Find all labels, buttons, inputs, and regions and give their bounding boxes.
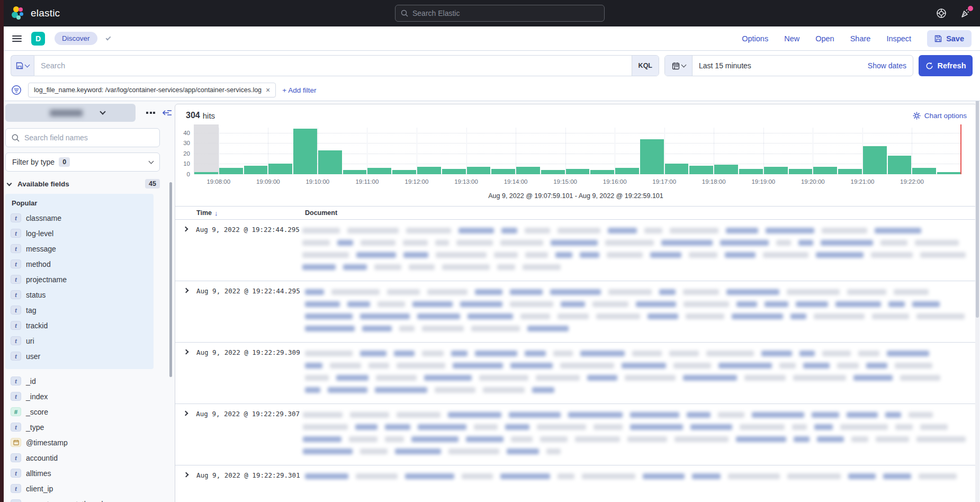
field-item-user[interactable]: tuser — [11, 348, 148, 364]
sort-desc-icon[interactable]: ↓ — [214, 209, 218, 217]
histogram-bar[interactable] — [293, 129, 317, 174]
histogram-bar[interactable] — [417, 167, 441, 174]
field-item-uri[interactable]: turi — [11, 333, 148, 348]
histogram-bar[interactable] — [689, 166, 713, 174]
toolbar-link-options[interactable]: Options — [742, 34, 768, 43]
histogram-bar[interactable] — [566, 169, 590, 174]
row-document-redacted[interactable] — [302, 225, 976, 276]
time-column-header[interactable]: Time ↓ — [175, 209, 305, 217]
field-item-_id[interactable]: t_id — [11, 373, 148, 389]
chart-options-button[interactable]: Chart options — [913, 112, 967, 120]
field-name: _id — [26, 377, 36, 386]
field-item-log-level[interactable]: tlog-level — [11, 226, 148, 241]
histogram-bar[interactable] — [665, 164, 689, 174]
histogram-bar[interactable] — [467, 167, 491, 174]
page-scrollbar[interactable] — [975, 51, 979, 502]
menu-icon[interactable] — [12, 35, 22, 42]
save-button[interactable]: Save — [927, 30, 972, 47]
field-item-current_request_thread_name[interactable]: tcurrent_request_thread_name — [11, 496, 148, 502]
histogram-plot[interactable] — [194, 128, 961, 174]
field-item-_type[interactable]: t_type — [11, 419, 148, 435]
row-document-redacted[interactable] — [305, 470, 976, 486]
field-item-client_ip[interactable]: tclient_ip — [11, 481, 148, 496]
histogram-bar[interactable] — [318, 150, 342, 174]
field-item-_index[interactable]: t_index — [11, 389, 148, 404]
newsfeed-icon[interactable] — [960, 7, 972, 19]
field-settings-icon[interactable] — [146, 112, 155, 114]
help-icon[interactable] — [936, 7, 947, 19]
row-document-redacted[interactable] — [305, 286, 976, 338]
time-range-value[interactable]: Last 15 minutes — [693, 61, 751, 70]
refresh-button[interactable]: Refresh — [919, 55, 973, 76]
histogram-bar[interactable] — [268, 164, 292, 174]
field-item-@timestamp[interactable]: @timestamp — [11, 435, 148, 450]
available-fields-header[interactable]: Available fields 45 — [5, 179, 160, 189]
breadcrumb[interactable]: Discover — [55, 32, 97, 45]
histogram-bar[interactable] — [739, 169, 763, 174]
histogram-bar[interactable] — [219, 168, 243, 174]
histogram-bar[interactable] — [343, 170, 367, 174]
histogram-bar[interactable] — [244, 166, 268, 174]
discover-app-badge[interactable]: D — [31, 32, 45, 46]
histogram-bar[interactable] — [392, 170, 416, 174]
histogram-bar[interactable] — [937, 172, 961, 174]
row-document-redacted[interactable] — [305, 347, 976, 399]
expand-row-button[interactable] — [175, 225, 196, 276]
histogram-bar[interactable] — [764, 167, 788, 174]
expand-row-button[interactable] — [175, 409, 196, 461]
histogram-bar[interactable] — [789, 169, 813, 174]
histogram-bar[interactable] — [838, 169, 862, 174]
add-filter-button[interactable]: + Add filter — [282, 86, 316, 94]
histogram-bar[interactable] — [813, 167, 837, 174]
histogram-bar[interactable] — [863, 146, 887, 174]
field-item-accountid[interactable]: taccountid — [11, 450, 148, 465]
kql-language-button[interactable]: KQL — [632, 56, 659, 76]
histogram-bar[interactable] — [442, 169, 466, 174]
histogram-bar[interactable] — [590, 170, 614, 174]
field-item-status[interactable]: tstatus — [11, 287, 148, 302]
histogram-bar[interactable] — [194, 172, 218, 174]
toolbar-link-new[interactable]: New — [784, 34, 799, 43]
filter-menu-icon[interactable] — [11, 85, 22, 95]
histogram-bar[interactable] — [491, 169, 515, 174]
filter-by-type-dropdown[interactable]: Filter by type 0 — [5, 153, 160, 172]
field-name: trackid — [26, 321, 48, 330]
field-item-classname[interactable]: tclassname — [11, 210, 148, 226]
remove-filter-icon[interactable]: × — [266, 86, 270, 94]
field-item-tag[interactable]: ttag — [11, 302, 148, 318]
row-document-redacted[interactable] — [303, 409, 976, 461]
histogram-bar[interactable] — [912, 168, 936, 174]
field-item-trackid[interactable]: ttrackid — [11, 318, 148, 333]
toolbar-link-share[interactable]: Share — [850, 34, 871, 43]
elastic-brand[interactable]: elastic — [12, 6, 60, 20]
toolbar-link-open[interactable]: Open — [815, 34, 834, 43]
histogram-bar[interactable] — [615, 168, 639, 174]
date-quick-menu-button[interactable] — [665, 56, 693, 76]
field-item-_score[interactable]: #_score — [11, 404, 148, 419]
page-scrollbar-thumb[interactable] — [976, 95, 979, 318]
collapse-sidebar-icon[interactable] — [163, 109, 172, 117]
show-dates-button[interactable]: Show dates — [868, 61, 913, 70]
histogram-bar[interactable] — [367, 168, 391, 174]
x-tick-label: 19:22:00 — [900, 178, 924, 185]
expand-row-button[interactable] — [175, 286, 196, 338]
saved-query-menu-button[interactable] — [11, 55, 34, 76]
search-field-names-input[interactable]: Search field names — [5, 128, 160, 147]
field-item-method[interactable]: tmethod — [11, 256, 148, 272]
field-item-projectname[interactable]: tprojectname — [11, 272, 148, 287]
histogram-bar[interactable] — [888, 156, 912, 174]
expand-row-button[interactable] — [175, 347, 196, 399]
query-search-input[interactable]: Search KQL — [34, 55, 659, 76]
toolbar-link-inspect[interactable]: Inspect — [886, 34, 911, 43]
data-view-selector[interactable] — [5, 104, 136, 122]
field-item-alltimes[interactable]: talltimes — [11, 465, 148, 481]
histogram-bar[interactable] — [516, 167, 540, 174]
sidebar-scrollbar[interactable] — [169, 182, 172, 377]
filter-pill[interactable]: log_file_name.keyword: /var/log/containe… — [28, 83, 276, 97]
field-item-message[interactable]: tmessage — [11, 241, 148, 256]
expand-row-button[interactable] — [175, 470, 196, 486]
histogram-bar[interactable] — [541, 170, 565, 174]
global-search-input[interactable]: Search Elastic — [395, 5, 605, 22]
histogram-bar[interactable] — [640, 139, 664, 174]
histogram-bar[interactable] — [714, 165, 738, 174]
